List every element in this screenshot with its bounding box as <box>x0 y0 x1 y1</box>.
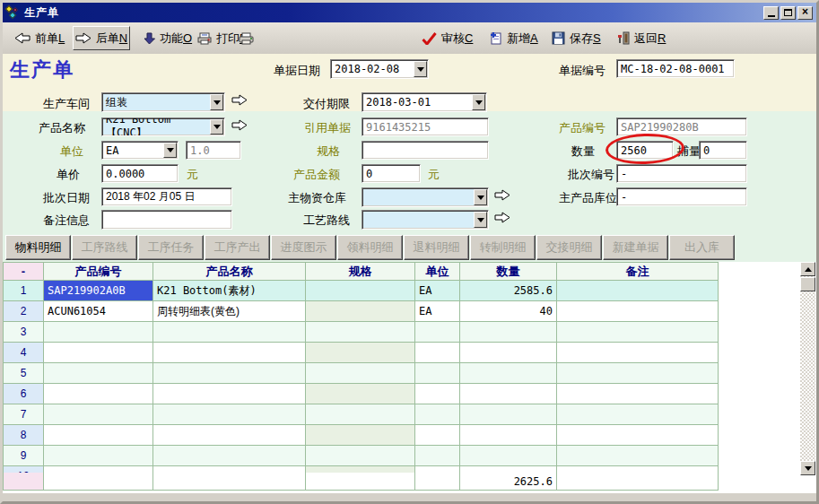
product-code-label: 产品编号 <box>559 120 606 136</box>
audit-button[interactable]: 审核C <box>417 26 477 50</box>
col-header-code[interactable]: 产品编号 <box>44 263 153 281</box>
add-button[interactable]: 新增A <box>484 26 543 50</box>
exit-door-icon <box>617 31 630 45</box>
save-floppy-icon <box>552 31 565 45</box>
batch-no-field[interactable]: - <box>616 164 747 183</box>
doc-date-combo[interactable]: 2018-02-08 <box>330 59 429 79</box>
remark-field[interactable] <box>101 210 232 230</box>
grid-vscrollbar[interactable] <box>800 262 815 475</box>
table-row[interactable]: 4 <box>4 343 719 363</box>
maximize-button[interactable] <box>780 6 796 20</box>
table-row[interactable]: 8 <box>4 425 719 446</box>
workshop-combo[interactable]: 组装 <box>101 92 225 112</box>
col-header-note[interactable]: 备注 <box>557 263 719 281</box>
amount-unit-label: 元 <box>428 167 440 183</box>
table-row[interactable]: 5 <box>4 363 719 384</box>
spec-label: 规格 <box>317 143 340 160</box>
minimize-icon <box>768 15 775 17</box>
price-field[interactable]: 0.0000 <box>101 164 179 183</box>
amount-field[interactable]: 0 <box>362 164 421 183</box>
triangle-up-icon <box>805 264 812 272</box>
clipped-row[interactable]: 10 <box>4 466 719 473</box>
qty-label: 数量 <box>571 143 595 160</box>
location-field[interactable]: - <box>616 187 747 206</box>
col-header-qty[interactable]: 数量 <box>460 263 557 281</box>
warehouse-combo[interactable] <box>362 187 489 207</box>
table-row[interactable]: 1 SAP219902A0B K21 Bottom(素材) EA 2585.6 <box>4 281 719 301</box>
hand-picker-icon[interactable] <box>231 94 248 106</box>
tab-handover-detail[interactable]: 交接明细 <box>536 235 602 260</box>
chevron-down-icon[interactable] <box>474 212 487 228</box>
save-button[interactable]: 保存S <box>547 26 606 50</box>
titlebar: 生产单 × <box>3 3 816 22</box>
prev-doc-button[interactable]: 前单L <box>10 26 69 50</box>
tab-picking-detail[interactable]: 领料明细 <box>337 235 403 260</box>
supp-qty-field[interactable]: 0 <box>699 141 747 160</box>
unit-label: 单位 <box>60 143 83 160</box>
table-row[interactable]: 3 <box>4 322 719 343</box>
tab-transfer-detail[interactable]: 转制明细 <box>470 235 536 260</box>
app-icon <box>6 5 21 20</box>
detail-grid: - 产品编号 产品名称 规格 单位 数量 备注 1 SAP219902A0B K… <box>3 262 719 491</box>
chevron-down-icon[interactable] <box>210 94 223 110</box>
tab-progress-chart[interactable]: 进度图示 <box>271 235 336 260</box>
tab-return-detail[interactable]: 退料明细 <box>404 235 469 260</box>
toolbar: 前单L 后单N 功能O 打印P 审核C 新增A 保存S <box>3 22 816 54</box>
workshop-label: 生产车间 <box>43 96 90 112</box>
route-combo[interactable] <box>362 210 489 230</box>
hand-right-icon <box>75 32 91 44</box>
maximize-icon <box>784 9 792 16</box>
selected-cell[interactable]: SAP219902A0B <box>44 281 153 301</box>
deadline-label: 交付期限 <box>303 96 350 112</box>
deadline-combo[interactable]: 2018-03-01 <box>362 92 487 112</box>
close-icon: × <box>802 6 808 17</box>
table-row[interactable]: 6 <box>4 384 719 404</box>
table-row[interactable]: 7 <box>4 404 719 425</box>
scroll-down-button[interactable] <box>800 461 815 475</box>
spec-field[interactable] <box>362 141 489 160</box>
back-button[interactable]: 返回R <box>613 26 670 50</box>
unit-factor-field[interactable]: 1.0 <box>186 141 241 160</box>
grid-header-row: - 产品编号 产品名称 规格 单位 数量 备注 <box>4 263 719 281</box>
chevron-down-icon[interactable] <box>414 61 427 77</box>
col-header-unit[interactable]: 单位 <box>415 263 460 281</box>
table-row[interactable]: 9 <box>4 446 719 466</box>
ref-doc-field[interactable]: 9161435215 <box>362 117 489 136</box>
scroll-up-button[interactable] <box>800 262 815 276</box>
doc-no-field[interactable]: MC-18-02-08-0001 <box>616 59 735 78</box>
tab-process-route[interactable]: 工序路线 <box>72 235 137 260</box>
tab-process-output[interactable]: 工序产出 <box>205 235 270 260</box>
col-header-spec[interactable]: 规格 <box>306 263 415 281</box>
chevron-down-icon[interactable] <box>210 119 223 135</box>
close-button[interactable]: × <box>797 6 813 20</box>
route-label: 工艺路线 <box>303 213 350 229</box>
minimize-button[interactable] <box>763 6 779 20</box>
price-unit-label: 元 <box>187 167 198 183</box>
hand-picker-icon[interactable] <box>494 212 510 223</box>
down-arrow-icon <box>144 32 155 45</box>
chevron-down-icon[interactable] <box>472 94 485 110</box>
tab-material-detail[interactable]: 物料明细 <box>5 235 71 260</box>
tab-new-doc[interactable]: 新建单据 <box>603 235 668 260</box>
hand-picker-icon[interactable] <box>494 189 510 201</box>
hand-picker-icon[interactable] <box>231 119 248 131</box>
col-header-name[interactable]: 产品名称 <box>153 263 306 281</box>
batch-date-field[interactable]: 2018 年02 月05 日 <box>101 187 232 206</box>
scroll-thumb[interactable] <box>800 277 815 291</box>
chevron-down-icon[interactable] <box>474 189 487 205</box>
tab-process-task[interactable]: 工序任务 <box>138 235 204 260</box>
product-name-combo[interactable]: K21 Bottom【CNC】 <box>101 117 225 136</box>
col-header-num[interactable]: - <box>4 263 44 281</box>
batch-date-label: 批次日期 <box>43 190 90 206</box>
table-row[interactable]: 2 ACUN61054 周转明细表(黄色) EA 40 <box>4 301 719 322</box>
totals-row: 2625.6 <box>4 473 719 491</box>
tab-in-out-stock[interactable]: 出入库 <box>669 235 735 260</box>
printer-button[interactable] <box>234 26 258 50</box>
triangle-down-icon <box>805 466 812 474</box>
check-icon <box>422 32 437 45</box>
production-order-window: 生产单 × 前单L 后单N 功能O 打印P 审核C <box>0 0 819 504</box>
chevron-down-icon[interactable] <box>163 143 177 158</box>
next-doc-button[interactable]: 后单N <box>73 26 130 50</box>
unit-combo[interactable]: EA <box>101 141 179 160</box>
function-button[interactable]: 功能O <box>139 26 196 50</box>
